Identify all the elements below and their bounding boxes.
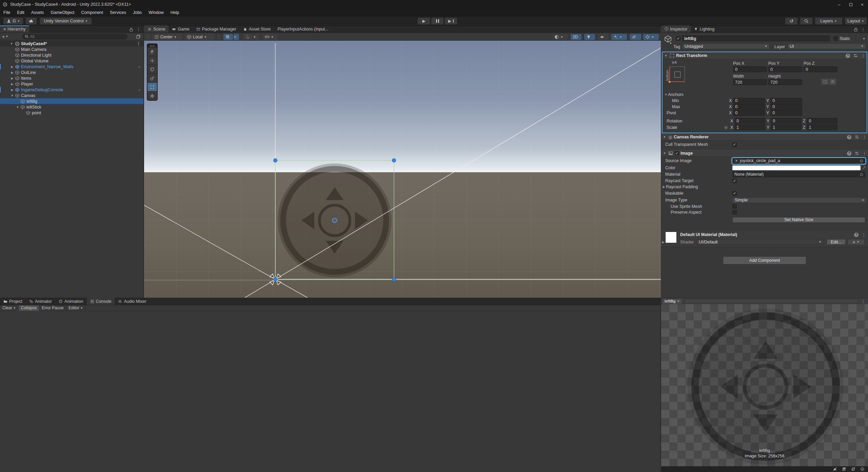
help-icon[interactable]: ? [847,135,851,139]
foldout-icon[interactable]: ▼ [663,135,667,139]
audio-mute-toggle[interactable] [598,34,609,40]
rect-tool-button[interactable] [147,83,157,91]
create-object-button[interactable]: +▼ [2,34,8,39]
prefab-open-chevron-icon[interactable]: › [139,64,140,69]
component-enabled-checkbox[interactable]: ✓ [675,151,679,155]
menu-services[interactable]: Services [106,9,130,16]
hierarchy-item-point[interactable]: point [0,110,143,116]
increment-snap-toggle[interactable] [243,34,253,40]
draw-mode-dropdown[interactable]: ▼ [552,34,568,40]
hierarchy-item-ingamedebugconsole[interactable]: ▶IngameDebugConsole› [0,87,143,93]
material-menu-icon[interactable]: ⋮ [862,232,866,237]
toolbar-grip[interactable] [147,35,149,39]
scale-z-field[interactable]: 1 [807,124,837,130]
scale-y-field[interactable]: 1 [771,124,802,130]
pause-button[interactable] [431,18,443,24]
width-field[interactable]: 720 [733,79,767,85]
use-sprite-mesh-checkbox[interactable] [732,204,737,209]
component-menu-icon[interactable]: ⋮ [862,135,867,140]
preview-resize-handle[interactable] [685,300,857,302]
material-object-field[interactable]: None (Material) ⊙ [732,172,865,177]
hierarchy-item-leftstick[interactable]: ▼leftStick [0,104,143,110]
tab-package-manager[interactable]: Package Manager [193,25,240,33]
tool-handle-rotation-dropdown[interactable]: Local▼ [185,34,215,40]
help-icon[interactable]: ? [846,54,850,58]
version-control-button[interactable]: Unity Version Control ▼ [40,18,92,24]
tab-animation[interactable]: Animation [55,298,87,305]
foldout-icon[interactable]: ▼ [664,93,668,96]
component-menu-icon[interactable]: ⋮ [861,53,865,58]
transform-tool-button[interactable] [147,92,157,100]
raw-edit-button[interactable]: R [829,79,836,85]
tab-audio-mixer[interactable]: Audio Mixer [115,298,150,305]
layers-dropdown[interactable]: Layers▼ [815,18,842,24]
anchor-min-y-field[interactable]: 0 [770,98,802,104]
hand-tool-button[interactable] [147,47,157,56]
hierarchy-item-directional-light[interactable]: Directional Light [0,52,143,58]
expander-icon[interactable]: ▶ [10,77,14,80]
search-button[interactable] [800,18,812,24]
layer-dropdown[interactable]: UI▼ [787,43,866,49]
grid-snap-toggle[interactable]: Y [223,34,233,40]
eyedropper-icon[interactable] [862,166,866,170]
hierarchy-item-leftbg[interactable]: leftBg [0,98,143,104]
presets-icon[interactable] [853,53,858,58]
console-log-area[interactable] [0,311,660,472]
maximize-button[interactable] [845,0,856,9]
static-dropdown-icon[interactable]: ▼ [863,37,865,40]
pivot-x-field[interactable]: 0 [733,110,765,116]
open-new-window-icon[interactable] [136,34,141,39]
tab-inspector[interactable]: ⓘ Inspector [661,25,691,33]
tab-project[interactable]: Project [0,298,26,305]
rotation-z-field[interactable]: 0 [807,118,837,124]
panel-menu-icon[interactable]: ⋮ [861,27,865,32]
static-checkbox[interactable] [833,36,838,41]
panel-menu-icon[interactable]: ⋮ [136,27,141,32]
prefab-open-chevron-icon[interactable]: › [139,87,140,92]
object-picker-icon[interactable]: ⊙ [860,158,863,163]
help-icon[interactable]: ? [847,151,851,156]
move-tool-button[interactable] [147,56,157,65]
collapse-toggle[interactable]: Collapse [19,305,40,311]
scale-x-field[interactable]: 1 [734,124,765,130]
expander-icon[interactable]: ▶ [10,65,14,68]
rotation-y-field[interactable]: 0 [771,118,802,124]
material-preview-swatch[interactable] [665,232,677,243]
anchor-min-x-field[interactable]: 0 [733,98,765,104]
menu-component[interactable]: Component [78,9,106,16]
tab-game[interactable]: Game [169,25,193,33]
undo-history-button[interactable]: ↺ [785,18,797,24]
pos-z-field[interactable]: 0 [804,66,837,72]
foldout-icon[interactable]: ▶ [662,185,666,189]
preview-target-dropdown[interactable]: leftBg▼ [663,299,682,304]
shader-edit-button[interactable]: Edit... [827,239,846,245]
anchor-preset-widget[interactable] [669,66,685,82]
menu-jobs[interactable]: Jobs [130,9,145,16]
material-list-button[interactable]: ≡▼ [848,239,865,245]
hierarchy-item-global-volume[interactable]: Global Volume [0,58,143,64]
presets-icon[interactable] [854,135,859,139]
gizmos-dropdown[interactable]: ▼ [643,34,659,40]
tab-console[interactable]: Console [87,298,115,305]
scale-tool-button[interactable] [147,74,157,82]
hierarchy-item-environment-narrow-walls[interactable]: ▶Environment_Narrow_Walls› [0,64,143,70]
cache-disabled-icon[interactable] [842,467,846,471]
lock-icon[interactable] [129,27,134,32]
scene-menu-icon[interactable]: ⋮ [136,41,141,46]
object-picker-icon[interactable]: ⊙ [860,172,863,177]
scene-lighting-toggle[interactable] [584,34,595,40]
effects-dropdown[interactable]: ▼ [611,34,627,40]
tag-dropdown[interactable]: Untagged▼ [682,43,770,49]
maskable-checkbox[interactable]: ✓ [732,191,737,196]
status-ok-icon[interactable] [860,467,865,471]
rotation-x-field[interactable]: 0 [734,118,765,124]
cloud-button[interactable] [26,18,37,24]
image-type-dropdown[interactable]: Simple▼ [732,197,867,203]
color-swatch[interactable] [732,165,861,170]
foldout-icon[interactable]: ▶ [661,240,665,244]
link-broken-icon[interactable]: ⊘ [724,125,728,130]
hidden-objects-toggle[interactable] [630,34,641,40]
hierarchy-item-main-camera[interactable]: Main Camera [0,46,143,52]
clear-button[interactable]: Clear▼ [0,305,19,311]
hierarchy-item-items[interactable]: ▶Items [0,75,143,81]
